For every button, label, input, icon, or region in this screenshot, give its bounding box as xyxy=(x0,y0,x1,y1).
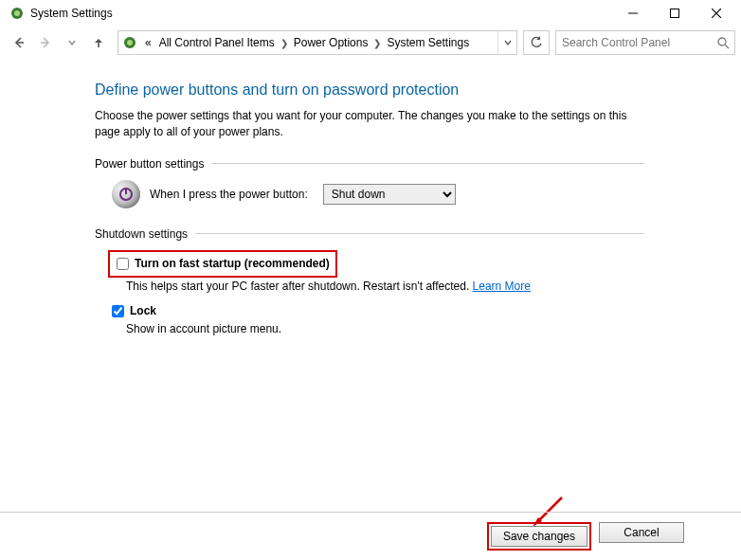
maximize-button[interactable] xyxy=(654,0,696,27)
learn-more-link[interactable]: Learn More xyxy=(473,280,531,293)
address-bar-icon xyxy=(122,35,137,50)
svg-line-12 xyxy=(725,45,729,48)
highlight-annotation: Save changes xyxy=(487,522,591,551)
svg-point-11 xyxy=(718,38,726,45)
chevron-right-icon: ❯ xyxy=(371,38,383,48)
fast-startup-label: Turn on fast startup (recommended) xyxy=(135,257,330,270)
lock-help: Show in account picture menu. xyxy=(95,322,644,335)
window-title: System Settings xyxy=(30,7,113,20)
fast-startup-help: This helps start your PC faster after sh… xyxy=(95,280,644,293)
power-button-row: When I press the power button: Shut down xyxy=(95,180,644,208)
section-label: Shutdown settings xyxy=(95,227,195,241)
fast-startup-row: Turn on fast startup (recommended) xyxy=(95,250,644,278)
page-description: Choose the power settings that you want … xyxy=(95,108,644,140)
page-heading: Define power buttons and turn on passwor… xyxy=(95,81,644,99)
back-button[interactable] xyxy=(6,29,32,56)
fast-startup-checkbox[interactable] xyxy=(117,258,129,270)
forward-button[interactable] xyxy=(32,29,59,56)
breadcrumb-item[interactable]: Power Options xyxy=(290,36,372,49)
svg-rect-3 xyxy=(671,9,679,18)
close-button[interactable] xyxy=(696,0,737,27)
refresh-button[interactable] xyxy=(523,30,550,55)
section-rule xyxy=(195,233,644,234)
power-button-select[interactable]: Shut down xyxy=(323,184,456,205)
power-button-section-header: Power button settings xyxy=(95,157,644,171)
content-area: Define power buttons and turn on passwor… xyxy=(0,59,644,335)
search-icon[interactable] xyxy=(712,37,734,49)
cancel-button[interactable]: Cancel xyxy=(599,522,684,543)
lock-label: Lock xyxy=(130,304,156,317)
highlight-annotation: Turn on fast startup (recommended) xyxy=(108,250,337,278)
power-icon xyxy=(112,180,140,208)
svg-point-1 xyxy=(14,10,20,16)
chevron-right-icon: ❯ xyxy=(279,38,290,48)
footer: Save changes Cancel xyxy=(0,512,741,551)
address-dropdown-icon[interactable] xyxy=(497,31,516,54)
power-button-label: When I press the power button: xyxy=(150,188,308,201)
address-bar[interactable]: « All Control Panel Items ❯ Power Option… xyxy=(117,30,517,55)
nav-row: « All Control Panel Items ❯ Power Option… xyxy=(0,27,741,59)
section-rule xyxy=(211,163,644,164)
breadcrumb-prefix[interactable]: « xyxy=(141,36,155,49)
lock-row: Lock xyxy=(95,302,644,320)
recent-locations-dropdown[interactable] xyxy=(59,29,85,56)
section-label: Power button settings xyxy=(95,157,211,171)
search-input[interactable] xyxy=(556,36,712,49)
save-changes-button[interactable]: Save changes xyxy=(491,526,587,547)
breadcrumb-item[interactable]: System Settings xyxy=(383,36,473,49)
lock-checkbox[interactable] xyxy=(112,305,124,317)
breadcrumb-item[interactable]: All Control Panel Items xyxy=(155,36,279,49)
titlebar: System Settings xyxy=(0,0,741,27)
search-box[interactable] xyxy=(555,30,735,55)
svg-point-10 xyxy=(127,40,133,45)
shutdown-section-header: Shutdown settings xyxy=(95,227,644,241)
up-button[interactable] xyxy=(85,29,112,56)
minimize-button[interactable] xyxy=(612,0,654,27)
system-settings-icon xyxy=(9,6,25,21)
